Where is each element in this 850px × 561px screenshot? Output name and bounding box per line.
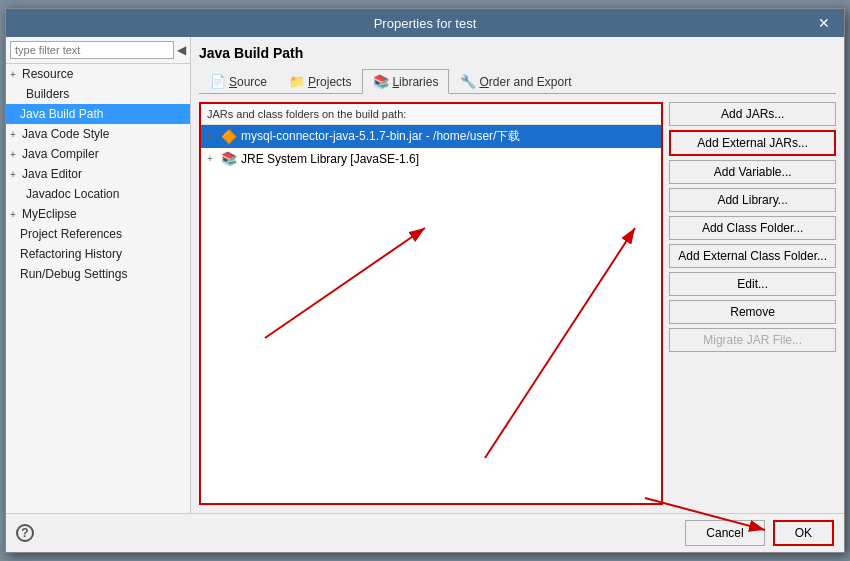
tab-projects[interactable]: 📁Projects bbox=[278, 69, 362, 93]
tab-libraries[interactable]: 📚Libraries bbox=[362, 69, 449, 94]
content-area: JARs and class folders on the build path… bbox=[199, 102, 836, 505]
nav-item-label: Javadoc Location bbox=[26, 187, 119, 201]
tabs-bar: 📄Source📁Projects📚Libraries🔧Order and Exp… bbox=[199, 69, 836, 94]
nav-item-java-code-style[interactable]: +Java Code Style bbox=[6, 124, 190, 144]
nav-item-builders[interactable]: Builders bbox=[6, 84, 190, 104]
build-path-label: JARs and class folders on the build path… bbox=[201, 104, 661, 125]
nav-item-label: Run/Debug Settings bbox=[20, 267, 127, 281]
nav-item-javadoc-location[interactable]: Javadoc Location bbox=[6, 184, 190, 204]
nav-item-label: Java Editor bbox=[22, 167, 82, 181]
action-button-4[interactable]: Add Class Folder... bbox=[669, 216, 836, 240]
tab-label: Libraries bbox=[392, 75, 438, 89]
right-panel: Java Build Path 📄Source📁Projects📚Librari… bbox=[191, 37, 844, 513]
action-button-0[interactable]: Add JARs... bbox=[669, 102, 836, 126]
nav-item-java-editor[interactable]: +Java Editor bbox=[6, 164, 190, 184]
nav-item-label: Refactoring History bbox=[20, 247, 122, 261]
nav-expand-icon: + bbox=[10, 209, 20, 220]
nav-expand-icon: + bbox=[10, 169, 20, 180]
buttons-panel: Add JARs...Add External JARs...Add Varia… bbox=[669, 102, 836, 505]
tab-label: Projects bbox=[308, 75, 351, 89]
nav-items-list: +ResourceBuildersJava Build Path+Java Co… bbox=[6, 64, 190, 284]
tab-icon: 📁 bbox=[289, 74, 305, 89]
nav-item-label: Java Build Path bbox=[20, 107, 103, 121]
close-button[interactable]: ✕ bbox=[814, 15, 834, 31]
action-button-7[interactable]: Remove bbox=[669, 300, 836, 324]
bottom-bar: ? Cancel OK bbox=[6, 513, 844, 552]
left-nav-panel: ◀ +ResourceBuildersJava Build Path+Java … bbox=[6, 37, 191, 513]
cancel-button[interactable]: Cancel bbox=[685, 520, 764, 546]
action-button-2[interactable]: Add Variable... bbox=[669, 160, 836, 184]
build-path-panel: JARs and class folders on the build path… bbox=[199, 102, 663, 505]
tree-expand-icon: + bbox=[207, 131, 219, 142]
action-button-3[interactable]: Add Library... bbox=[669, 188, 836, 212]
nav-item-label: Java Compiler bbox=[22, 147, 99, 161]
nav-expand-icon: + bbox=[10, 129, 20, 140]
tree-item-0[interactable]: +🔶mysql-connector-java-5.1.7-bin.jar - /… bbox=[201, 125, 661, 148]
tree-item-icon: 🔶 bbox=[221, 129, 237, 144]
tab-label: Order and Export bbox=[479, 75, 571, 89]
nav-item-label: Project References bbox=[20, 227, 122, 241]
nav-item-myeclipse[interactable]: +MyEclipse bbox=[6, 204, 190, 224]
nav-expand-icon: + bbox=[10, 149, 20, 160]
filter-input[interactable] bbox=[10, 41, 174, 59]
nav-item-java-compiler[interactable]: +Java Compiler bbox=[6, 144, 190, 164]
nav-item-label: Builders bbox=[26, 87, 69, 101]
tab-icon: 📚 bbox=[373, 74, 389, 89]
tree-item-label: mysql-connector-java-5.1.7-bin.jar - /ho… bbox=[241, 128, 520, 145]
tab-label: Source bbox=[229, 75, 267, 89]
nav-item-project-references[interactable]: Project References bbox=[6, 224, 190, 244]
nav-item-java-build-path[interactable]: Java Build Path bbox=[6, 104, 190, 124]
tab-icon: 📄 bbox=[210, 74, 226, 89]
tree-expand-icon: + bbox=[207, 153, 219, 164]
nav-expand-icon: + bbox=[10, 69, 20, 80]
tab-icon: 🔧 bbox=[460, 74, 476, 89]
tree-item-label: JRE System Library [JavaSE-1.6] bbox=[241, 152, 419, 166]
tab-order-and-export[interactable]: 🔧Order and Export bbox=[449, 69, 582, 93]
nav-item-run/debug-settings[interactable]: Run/Debug Settings bbox=[6, 264, 190, 284]
section-title: Java Build Path bbox=[199, 45, 836, 61]
nav-item-label: Java Code Style bbox=[22, 127, 109, 141]
help-button[interactable]: ? bbox=[16, 524, 34, 542]
nav-item-label: Resource bbox=[22, 67, 73, 81]
action-button-6[interactable]: Edit... bbox=[669, 272, 836, 296]
action-button-1[interactable]: Add External JARs... bbox=[669, 130, 836, 156]
nav-item-resource[interactable]: +Resource bbox=[6, 64, 190, 84]
tree-area: +🔶mysql-connector-java-5.1.7-bin.jar - /… bbox=[201, 125, 661, 503]
nav-item-label: MyEclipse bbox=[22, 207, 77, 221]
filter-clear-icon[interactable]: ◀ bbox=[177, 43, 186, 57]
dialog-title: Properties for test bbox=[36, 16, 814, 31]
nav-item-refactoring-history[interactable]: Refactoring History bbox=[6, 244, 190, 264]
filter-bar: ◀ bbox=[6, 37, 190, 64]
tree-item-1[interactable]: +📚JRE System Library [JavaSE-1.6] bbox=[201, 148, 661, 169]
ok-button[interactable]: OK bbox=[773, 520, 834, 546]
action-button-8: Migrate JAR File... bbox=[669, 328, 836, 352]
tree-item-icon: 📚 bbox=[221, 151, 237, 166]
tab-source[interactable]: 📄Source bbox=[199, 69, 278, 93]
title-bar: Properties for test ✕ bbox=[6, 9, 844, 37]
action-button-5[interactable]: Add External Class Folder... bbox=[669, 244, 836, 268]
